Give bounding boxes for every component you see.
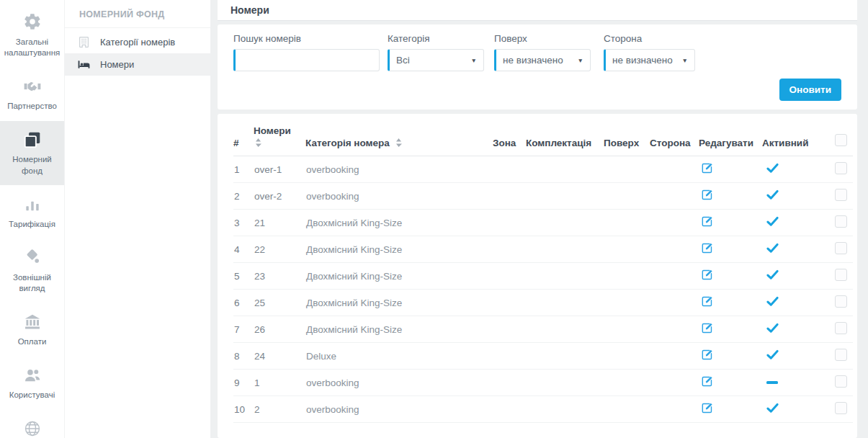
col-select (821, 114, 853, 156)
room-category: Двохмісний King-Size (305, 316, 493, 343)
floor-label: Поверх (494, 33, 591, 44)
secondary-sidebar: НОМЕРНИЙ ФОНД Категорії номерівНомери (65, 0, 210, 438)
col-side: Сторона (650, 114, 699, 156)
edit-room-icon[interactable] (700, 348, 714, 362)
chevron-down-icon: ▼ (471, 57, 477, 64)
room-side (650, 370, 699, 396)
side-label: Сторона (604, 33, 695, 44)
room-equipment (526, 396, 604, 423)
active-check-icon (766, 192, 779, 202)
search-input-wrap (233, 49, 380, 71)
room-floor (604, 210, 650, 236)
row-checkbox[interactable] (835, 162, 847, 174)
sidebar-item-channel[interactable]: Channel (0, 410, 64, 438)
col-equipment: Комплектація (526, 114, 604, 156)
edit-room-icon[interactable] (700, 161, 714, 175)
page-title: Номери (231, 4, 269, 16)
row-index: 9 (233, 370, 254, 396)
room-zone (493, 236, 526, 263)
edit-room-icon[interactable] (700, 215, 714, 228)
handshake-icon (2, 77, 62, 99)
room-number: 25 (254, 290, 305, 316)
room-category: Двохмісний King-Size (305, 236, 493, 263)
table-row: 102overbooking (233, 396, 853, 423)
row-checkbox[interactable] (835, 402, 847, 414)
edit-room-icon[interactable] (700, 295, 714, 308)
row-checkbox[interactable] (835, 322, 847, 334)
sidebar-item-general-settings[interactable]: Загальні налаштування (0, 3, 64, 68)
submenu-item-room-categories[interactable]: Категорії номерів (65, 31, 210, 53)
room-side (650, 316, 699, 343)
room-number: 26 (254, 316, 305, 343)
update-button[interactable]: Оновити (779, 79, 841, 101)
edit-room-icon[interactable] (700, 375, 714, 388)
col-zone: Зона (493, 114, 526, 156)
side-select[interactable]: не визначено ▼ (604, 49, 695, 71)
sidebar-item-tariffs[interactable]: Тарифікація (0, 185, 64, 238)
edit-room-icon[interactable] (700, 321, 714, 335)
room-zone (493, 343, 526, 370)
col-number[interactable]: Номери (254, 114, 305, 156)
edit-room-icon[interactable] (700, 241, 714, 255)
search-input[interactable] (242, 55, 372, 66)
side-filter-group: Сторона не визначено ▼ (604, 33, 695, 71)
row-index: 8 (233, 343, 254, 370)
edit-room-icon[interactable] (700, 268, 714, 282)
room-side (650, 263, 699, 290)
room-zone (493, 156, 526, 183)
col-category[interactable]: Категорія номера (305, 114, 493, 156)
room-category: Deluxe (305, 343, 493, 370)
building-icon (77, 35, 91, 49)
room-side (650, 236, 699, 263)
table-row: 726Двохмісний King-Size (233, 316, 853, 343)
room-equipment (526, 316, 604, 343)
edit-room-icon[interactable] (700, 401, 714, 415)
room-floor (604, 183, 650, 210)
row-checkbox[interactable] (835, 375, 847, 388)
room-zone (493, 370, 526, 396)
row-checkbox[interactable] (835, 295, 847, 308)
room-category: Двохмісний King-Size (305, 290, 493, 316)
active-check-icon (766, 245, 779, 256)
bed-icon (77, 58, 91, 71)
sidebar-item-label: Користувачі (2, 390, 62, 401)
gear-icon (2, 12, 62, 35)
table-header-row: # Номери Категорія номера (233, 114, 853, 156)
room-category: overbooking (305, 156, 493, 183)
main-area: Номери Пошук номерів Категорія Всі ▼ (210, 0, 868, 438)
category-select-value: Всі (396, 55, 410, 66)
sidebar-item-appearance[interactable]: Зовнішній вигляд (0, 238, 64, 303)
category-select[interactable]: Всі ▼ (388, 49, 484, 71)
sidebar-item-partnership[interactable]: Партнерство (0, 68, 64, 121)
room-equipment (526, 290, 604, 316)
sort-icon[interactable] (395, 138, 402, 147)
row-checkbox[interactable] (835, 189, 847, 201)
sort-icon[interactable] (255, 138, 261, 147)
room-number: over-2 (254, 183, 305, 210)
sidebar-item-label: Оплати (2, 336, 62, 348)
sidebar-item-payments[interactable]: Оплати (0, 303, 64, 357)
active-check-icon (766, 165, 779, 176)
room-equipment (526, 210, 604, 236)
chart-icon (2, 195, 62, 217)
row-index: 5 (233, 263, 254, 290)
row-checkbox[interactable] (835, 215, 847, 228)
room-equipment (526, 343, 604, 370)
row-checkbox[interactable] (835, 242, 847, 254)
room-number: 22 (254, 236, 305, 263)
sidebar-item-room-fund[interactable]: Номерний фонд (0, 121, 64, 186)
submenu-item-rooms[interactable]: Номери (65, 53, 210, 76)
edit-room-icon[interactable] (700, 188, 714, 202)
row-checkbox[interactable] (835, 269, 847, 281)
rooms-table-card: # Номери Категорія номера (218, 114, 857, 438)
table-row: 1over-1overbooking (233, 156, 853, 183)
select-all-checkbox[interactable] (835, 134, 847, 146)
room-side (650, 210, 699, 236)
sidebar-item-users[interactable]: Користувачі (0, 357, 64, 410)
row-checkbox[interactable] (835, 349, 847, 361)
floor-select[interactable]: не визначено ▼ (494, 49, 591, 71)
room-equipment (526, 263, 604, 290)
search-label: Пошук номерів (233, 33, 380, 44)
submenu-item-label: Категорії номерів (100, 37, 175, 48)
room-zone (493, 290, 526, 316)
